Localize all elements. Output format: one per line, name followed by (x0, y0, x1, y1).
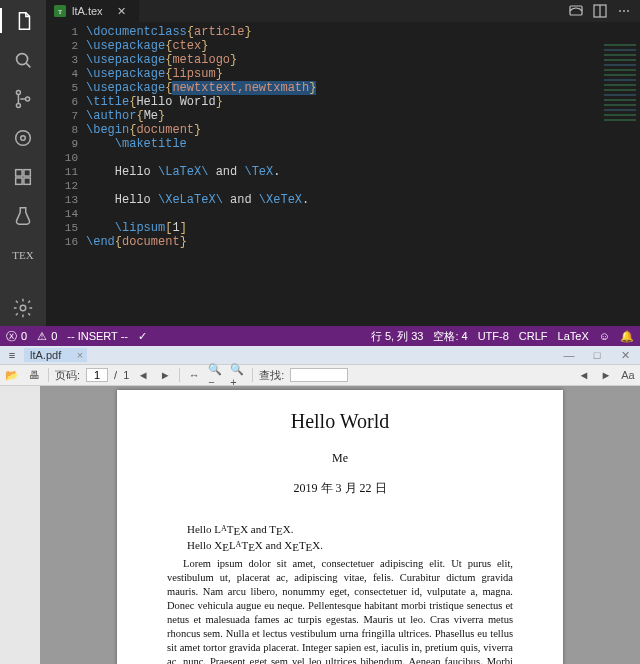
language-mode[interactable]: LaTeX (558, 330, 589, 342)
pdf-tab[interactable]: ltA.pdf × (24, 348, 87, 362)
activity-bar: TEX (0, 0, 46, 326)
svg-rect-13 (570, 6, 582, 15)
test-icon[interactable] (0, 203, 46, 228)
feedback-icon[interactable]: ☺ (599, 330, 610, 342)
svg-point-0 (17, 53, 28, 64)
zoom-in-icon[interactable]: 🔍+ (230, 367, 246, 383)
indent-info[interactable]: 空格: 4 (433, 329, 467, 344)
debug-icon[interactable] (0, 125, 46, 150)
svg-point-5 (21, 135, 26, 140)
maximize-icon[interactable]: □ (586, 349, 608, 362)
line-gutter: 12345678910111213141516 (46, 22, 86, 326)
pdf-tab-close-icon[interactable]: × (77, 349, 83, 361)
pdf-date: 2019 年 3 月 22 日 (167, 480, 513, 497)
build-ok-icon[interactable]: ✓ (138, 330, 147, 343)
pdf-titlebar: ≡ ltA.pdf × — □ ✕ (0, 346, 640, 364)
minimap[interactable] (604, 44, 636, 124)
svg-rect-9 (24, 177, 30, 183)
tab-bar: T ltA.tex ✕ ⋯ (46, 0, 640, 22)
more-actions-icon[interactable]: ⋯ (616, 3, 632, 19)
page-input[interactable] (86, 368, 108, 382)
page-label: 页码: (55, 368, 80, 383)
pdf-menu-icon[interactable]: ≡ (4, 349, 20, 361)
svg-rect-7 (24, 169, 30, 175)
find-prev-icon[interactable]: ◄ (576, 367, 592, 383)
split-editor-icon[interactable] (592, 3, 608, 19)
encoding[interactable]: UTF-8 (478, 330, 509, 342)
eol[interactable]: CRLF (519, 330, 548, 342)
next-page-icon[interactable]: ► (157, 367, 173, 383)
fit-width-icon[interactable]: ↔ (186, 367, 202, 383)
search-icon[interactable] (0, 47, 46, 72)
tex-icon[interactable]: TEX (0, 242, 46, 267)
svg-rect-6 (16, 169, 22, 175)
svg-point-3 (26, 96, 30, 100)
close-icon[interactable]: ✕ (117, 5, 129, 17)
tex-file-icon: T (54, 5, 66, 17)
tab-file[interactable]: T ltA.tex ✕ (46, 0, 139, 22)
cursor-position[interactable]: 行 5, 列 33 (371, 329, 424, 344)
svg-point-2 (16, 103, 20, 107)
preview-icon[interactable] (568, 3, 584, 19)
tab-filename: ltA.tex (72, 5, 103, 17)
pdf-title: Hello World (167, 410, 513, 433)
svg-point-10 (20, 305, 26, 311)
status-errors[interactable]: ⓧ0 (6, 329, 27, 344)
vim-mode: -- INSERT -- (67, 330, 128, 342)
extensions-icon[interactable] (0, 164, 46, 189)
prev-page-icon[interactable]: ◄ (135, 367, 151, 383)
explorer-icon[interactable] (0, 8, 46, 33)
pdf-panel: ≡ ltA.pdf × — □ ✕ 📂 🖶 页码: / 1 ◄ ► ↔ 🔍− 🔍… (0, 346, 640, 664)
pdf-page: Hello World Me 2019 年 3 月 22 日 Hello LAT… (117, 390, 563, 664)
page-total: 1 (123, 369, 129, 381)
find-label: 查找: (259, 368, 284, 383)
find-next-icon[interactable]: ► (598, 367, 614, 383)
pdf-hello-1: Hello LATEX and TEX. (187, 523, 513, 537)
bell-icon[interactable]: 🔔 (620, 330, 634, 343)
minimize-icon[interactable]: — (558, 349, 580, 362)
pdf-author: Me (167, 451, 513, 466)
match-case-icon[interactable]: Aa (620, 367, 636, 383)
code-body[interactable]: \documentclass{article}\usepackage{ctex}… (86, 22, 640, 326)
pdf-thumbnail-strip[interactable] (0, 386, 40, 664)
status-bar: ⓧ0 ⚠0 -- INSERT -- ✓ 行 5, 列 33 空格: 4 UTF… (0, 326, 640, 346)
editor-area: T ltA.tex ✕ ⋯ 12345678910111213141516 \d… (46, 0, 640, 326)
pdf-toolbar: 📂 🖶 页码: / 1 ◄ ► ↔ 🔍− 🔍+ 查找: ◄ ► Aa (0, 364, 640, 386)
error-icon: ⓧ (6, 329, 17, 344)
code-editor[interactable]: 12345678910111213141516 \documentclass{a… (46, 22, 640, 326)
svg-rect-8 (16, 177, 22, 183)
window-controls: — □ ✕ (558, 349, 636, 362)
find-input[interactable] (290, 368, 348, 382)
source-control-icon[interactable] (0, 86, 46, 111)
pdf-body: Lorem ipsum dolor sit amet, consectetuer… (167, 557, 513, 664)
svg-point-1 (16, 90, 20, 94)
pdf-hello-2: Hello XELATEX and XETEX. (187, 539, 513, 553)
print-icon[interactable]: 🖶 (26, 367, 42, 383)
status-warnings[interactable]: ⚠0 (37, 330, 57, 343)
zoom-out-icon[interactable]: 🔍− (208, 367, 224, 383)
svg-point-4 (16, 130, 31, 145)
pdf-viewport: Hello World Me 2019 年 3 月 22 日 Hello LAT… (0, 386, 640, 664)
close-window-icon[interactable]: ✕ (614, 349, 636, 362)
warning-icon: ⚠ (37, 330, 47, 343)
page-sep: / (114, 369, 117, 381)
open-icon[interactable]: 📂 (4, 367, 20, 383)
pdf-tab-name: ltA.pdf (30, 349, 61, 361)
settings-gear-icon[interactable] (0, 295, 46, 320)
